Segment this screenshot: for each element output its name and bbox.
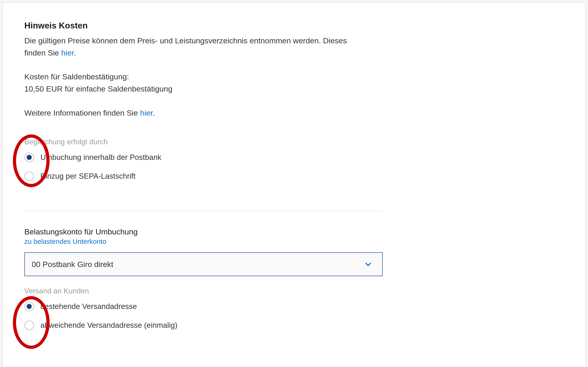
cost-line2: 10,50 EUR für einfache Saldenbestätigung [24,84,173,93]
price-list-link[interactable]: hier [61,48,74,57]
more-info-post: . [153,108,155,117]
form-panel: Hinweis Kosten Die gültigen Preise könne… [2,2,586,367]
section-divider [24,211,383,211]
select-value: 00 Postbank Giro direkt [32,260,113,269]
radio-icon [24,171,34,181]
section-heading-costs: Hinweis Kosten [24,21,383,31]
more-info-paragraph: Weitere Informationen finden Sie hier. [24,107,383,119]
cost-line1: Kosten für Saldenbestätigung: [24,72,129,81]
cost-paragraph: Kosten für Saldenbestätigung: 10,50 EUR … [24,71,383,95]
shipping-group-label: Versand an Kunden [24,287,383,295]
radio-icon [24,152,34,162]
radio-label: bestehende Versandadresse [40,302,137,311]
radio-shipping-existing[interactable]: bestehende Versandadresse [24,302,383,311]
radio-label: Einzug per SEPA-Lastschrift [40,172,136,181]
debit-account-sublabel: zu belastendes Unterkonto [24,238,383,245]
radio-settlement-sepa[interactable]: Einzug per SEPA-Lastschrift [24,171,383,181]
more-info-pre: Weitere Informationen finden Sie [24,108,140,117]
intro-paragraph: Die gültigen Preise können dem Preis- un… [24,35,383,59]
radio-label: abweichende Versandadresse (einmalig) [40,321,177,330]
debit-account-heading: Belastungskonto für Umbuchung [24,227,383,236]
radio-icon [24,302,34,311]
more-info-link[interactable]: hier [140,108,153,117]
debit-account-select[interactable]: 00 Postbank Giro direkt [24,252,383,276]
radio-icon [24,320,34,330]
chevron-down-icon [364,260,372,268]
radio-label: Umbuchung innerhalb der Postbank [40,153,162,162]
radio-settlement-umbuchung[interactable]: Umbuchung innerhalb der Postbank [24,152,383,162]
settlement-group-label: Begleichung erfolgt durch [24,138,383,146]
intro-line1: Die gültigen Preise können dem Preis- un… [24,36,347,45]
radio-shipping-alternate[interactable]: abweichende Versandadresse (einmalig) [24,320,383,330]
intro-line2-pre: finden Sie [24,48,61,57]
intro-line2-post: . [74,48,76,57]
